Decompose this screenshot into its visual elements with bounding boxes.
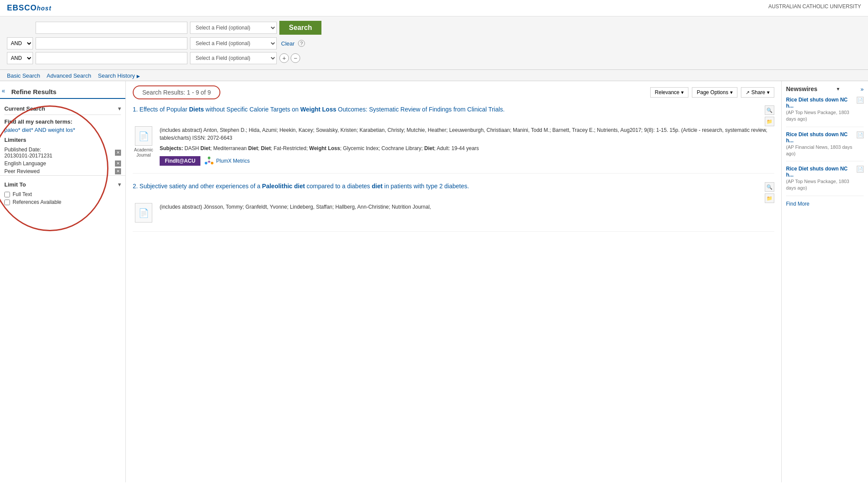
newswire-3-icon[interactable]: 📄 — [857, 166, 864, 173]
field-select-3[interactable]: Select a Field (optional) — [190, 52, 277, 64]
remove-row-button[interactable]: − — [291, 53, 300, 63]
fulltext-label: Full Text — [13, 191, 32, 197]
result-1-icon-label: AcademicJournal — [133, 147, 154, 158]
current-search-section: Current Search ▾ Find all my search term… — [0, 102, 125, 175]
result-2-description: (includes abstract) Jönsson, Tommy; Gran… — [160, 203, 774, 211]
page-options-dropdown[interactable]: Page Options ▾ — [692, 87, 737, 98]
field-select-1[interactable]: Select a Field (optional) — [190, 22, 277, 34]
current-search-toggle: ▾ — [118, 105, 121, 112]
newswire-2-meta: (AP Financial News, 1803 days ago) — [786, 144, 852, 156]
limit-to-title: Limit To — [4, 181, 26, 188]
field-select-2[interactable]: Select a Field (optional) — [190, 37, 277, 49]
result-2-number: 2. — [133, 183, 140, 190]
references-option: References Available — [4, 199, 121, 205]
remove-limiter-peer[interactable]: ✕ — [115, 168, 121, 174]
result-1-action-icons: 🔍 📁 — [763, 105, 774, 126]
share-dropdown[interactable]: ↗ Share ▾ — [741, 87, 774, 98]
limiter-row-date: Published Date:20130101-20171231 ✕ — [4, 146, 121, 160]
share-icon: ↗ — [746, 90, 750, 95]
search-history-arrow: ▶ — [137, 74, 140, 79]
result-2-body: 📄 (includes abstract) Jönsson, Tommy; Gr… — [133, 203, 774, 224]
sidebar-collapse-btn[interactable]: « — [2, 87, 5, 94]
newswires-title: Newswires — [786, 85, 817, 92]
limiters-list: Published Date:20130101-20171231 ✕ Engli… — [4, 146, 121, 175]
top-bar: EBSCOhost AUSTRALIAN CATHOLIC UNIVERSITY — [0, 0, 868, 16]
search-input-2[interactable] — [36, 37, 187, 49]
find-label: Find all my search terms: — [4, 118, 121, 125]
newswire-1-icon[interactable]: 📄 — [857, 97, 864, 104]
svg-point-0 — [208, 157, 210, 159]
limiter-date-text: Published Date:20130101-20171231 — [4, 147, 115, 159]
limiter-language-text: English Language — [4, 160, 115, 167]
results-count-text: Search Results: 1 - 9 of 9 — [142, 89, 211, 96]
sidebar-title: Refine Results — [0, 85, 125, 99]
search-row-2: ANDORNOT Select a Field (optional) Clear… — [7, 37, 861, 49]
newswires-dropdown-btn[interactable]: ▾ — [837, 86, 839, 92]
search-row-1: Select a Field (optional) Search — [7, 21, 861, 35]
fulltext-option: Full Text — [4, 191, 121, 197]
newswire-1-title[interactable]: Rice Diet shuts down NC h... — [786, 97, 854, 109]
current-search-circle-wrapper: Find all my search terms: paleo* diet* A… — [4, 118, 121, 175]
find-more-link[interactable]: Find More — [786, 201, 809, 207]
bool-select-2[interactable]: ANDORNOT — [7, 37, 33, 49]
sidebar: « Refine Results Current Search ▾ Find a… — [0, 81, 126, 482]
fulltext-checkbox[interactable] — [4, 192, 10, 197]
university-name: AUSTRALIAN CATHOLIC UNIVERSITY — [768, 3, 861, 10]
references-label: References Available — [13, 199, 62, 205]
result-2-folder-icon-btn[interactable]: 📁 — [765, 193, 774, 203]
bold-weightloss: Weight Loss — [300, 106, 336, 113]
newswire-2-icon[interactable]: 📄 — [857, 131, 864, 138]
right-panel: Newswires ▾ » Rice Diet shuts down NC h.… — [781, 81, 868, 482]
result-1-title[interactable]: 1. Effects of Popular Diets without Spec… — [133, 105, 504, 114]
newswire-2-title[interactable]: Rice Diet shuts down NC h... — [786, 131, 854, 144]
result-2-action-icons: 🔍 📁 — [763, 182, 774, 203]
limit-to-section: Limit To ▾ Full Text References Availabl… — [0, 175, 125, 210]
limiter-row-peer: Peer Reviewed ✕ — [4, 167, 121, 175]
results-count-bubble: Search Results: 1 - 9 of 9 — [133, 85, 220, 99]
advanced-search-link[interactable]: Advanced Search — [47, 72, 92, 79]
search-button[interactable]: Search — [279, 21, 321, 35]
limit-to-toggle: ▾ — [118, 181, 121, 188]
result-1-subjects-label: Subjects: — [160, 145, 184, 151]
result-2-details: (includes abstract) Jönsson, Tommy; Gran… — [160, 203, 774, 224]
remove-limiter-date[interactable]: ✕ — [115, 150, 121, 156]
newswire-3-title[interactable]: Rice Diet shuts down NC h... — [786, 166, 854, 178]
plumx-label: PlumX Metrics — [216, 158, 249, 164]
plumx-icon — [204, 156, 214, 166]
clear-link[interactable]: Clear — [281, 40, 295, 47]
search-input-3[interactable] — [36, 52, 187, 64]
current-search-header[interactable]: Current Search ▾ — [4, 102, 121, 115]
results-area: Search Results: 1 - 9 of 9 Relevance ▾ P… — [126, 81, 781, 482]
search-input-1[interactable] — [36, 22, 187, 34]
add-row-button[interactable]: + — [279, 53, 289, 63]
limit-to-header[interactable]: Limit To ▾ — [4, 179, 121, 191]
search-nav: Basic Search Advanced Search Search Hist… — [0, 70, 868, 81]
result-1-actions: FindIt@ACU PlumX Metrics — [160, 156, 774, 166]
limiter-peer-text: Peer Reviewed — [4, 168, 115, 174]
search-history-link[interactable]: Search History ▶ — [98, 72, 140, 79]
relevance-dropdown[interactable]: Relevance ▾ — [650, 87, 689, 98]
newswire-3-text: Rice Diet shuts down NC h... (AP Top New… — [786, 166, 854, 191]
newswires-header: Newswires ▾ » — [786, 85, 864, 92]
plumx-container-1[interactable]: PlumX Metrics — [204, 156, 249, 166]
bool-select-3[interactable]: ANDORNOT — [7, 52, 33, 64]
limiter-row-language: English Language ✕ — [4, 160, 121, 167]
result-1-subjects: Subjects: DASH Diet; Mediterranean Diet;… — [160, 144, 774, 152]
basic-search-link[interactable]: Basic Search — [7, 72, 40, 79]
right-panel-expand-btn[interactable]: » — [861, 86, 864, 92]
findit-button-1[interactable]: FindIt@ACU — [160, 156, 200, 166]
help-icon[interactable]: ? — [298, 40, 305, 47]
result-1-body: 📄 AcademicJournal (includes abstract) An… — [133, 126, 774, 166]
newswire-1-meta: (AP Top News Package, 1803 days ago) — [786, 110, 849, 121]
result-item-1: 1. Effects of Popular Diets without Spec… — [133, 105, 774, 174]
result-2-search-icon-btn[interactable]: 🔍 — [765, 182, 774, 192]
result-1-folder-icon-btn[interactable]: 📁 — [765, 117, 774, 126]
result-1-search-icon-btn[interactable]: 🔍 — [765, 105, 774, 115]
logo: EBSCOhost — [7, 3, 52, 13]
result-2-doc-icon: 📄 — [135, 203, 152, 223]
result-2-title[interactable]: 2. Subjective satiety and other experien… — [133, 182, 469, 191]
search-terms-link[interactable]: paleo* diet* AND weight los* — [4, 127, 121, 133]
references-checkbox[interactable] — [4, 200, 10, 205]
remove-limiter-language[interactable]: ✕ — [115, 160, 121, 167]
result-item-2: 2. Subjective satiety and other experien… — [133, 182, 774, 232]
